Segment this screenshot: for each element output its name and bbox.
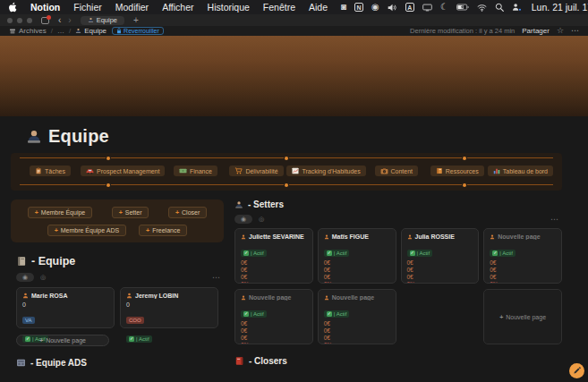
equipe-ads-title: - Equipe ADS [30,358,87,368]
card-marie-rosa[interactable]: Marie ROSA 0 VA ✓| Actif [16,287,115,328]
card-value: 0€ [241,267,307,274]
quicklink-tableau-de-bord[interactable]: Tableau de bord [488,166,553,176]
chart-up-icon [292,167,299,174]
card-value: 0% [241,342,307,344]
car-icon [86,167,94,174]
card-juliette-sevarine[interactable]: Juliette SEVARINE ✓| Actif 0€ 0€ 0€ 0% 0 [234,228,313,284]
status-tag-label: | Actif [334,311,347,317]
card-value: 0€ [324,267,390,274]
share-button[interactable]: Partager [522,27,550,35]
relock-button[interactable]: Reverrouiller [112,27,164,35]
view-tab-selected-icon[interactable]: ◉ [16,273,34,282]
archive-box-icon [9,28,16,35]
wifi-icon[interactable] [477,4,487,12]
add-freelance-button[interactable]: +Freelance [139,225,187,236]
quicklink-prospect-management[interactable]: Prospect Management [81,166,165,176]
equipe-section-header: - Equipe [16,255,224,267]
view-tab-selected-icon[interactable]: ◉ [234,215,252,224]
banknote-icon [179,167,187,174]
breadcrumb-page[interactable]: Equipe [84,27,107,35]
add-setter-button[interactable]: +Setter [112,207,149,218]
more-options-icon[interactable]: ⋯ [571,27,579,35]
check-icon: ✓ [492,250,498,256]
add-membre-equipe-ads-button[interactable]: +Membre Équipe ADS [47,225,126,236]
status-tag: ✓| Actif [241,310,267,318]
card-matis-figue[interactable]: Matïs FIGUE ✓| Actif 0€ 0€ 0€ 0% 0 [318,228,396,284]
edit-fab[interactable] [569,363,584,378]
menu-aide[interactable]: Aide [309,2,328,13]
card-nouvelle-page[interactable]: Nouvelle page ✓| Actif 0€ 0€ 0€ 0% 0 [318,289,396,344]
card-julia-rossie[interactable]: Julia ROSSIE ✓| Actif 0€ 0€ 0€ 0% 0 [401,228,480,284]
menu-historique[interactable]: Historique [208,2,250,13]
card-value: 0€ [324,259,390,267]
left-column: +Membre Équipe +Setter +Closer +Membre É… [11,199,224,368]
technologist-icon [26,129,42,145]
menubar-clock[interactable]: Lun. 21 juil. 17:20 [532,2,588,13]
favorite-star-icon[interactable]: ☆ [557,27,564,35]
pencil-icon [573,367,581,375]
menu-afficher[interactable]: Afficher [162,2,193,13]
moon-icon[interactable]: ☾ [440,3,448,12]
card-jeremy-lobin[interactable]: Jeremy LOBIN 0 COO ✓| Actif [120,287,218,328]
equipe-section-title: - Equipe [31,255,75,267]
breadcrumb-ellipsis[interactable]: … [57,27,64,35]
card-value: 0% [407,281,473,284]
target-icon[interactable]: ◉ [371,3,379,12]
add-closer-button[interactable]: +Closer [168,207,207,218]
quicklink-tracking-habitudes[interactable]: Tracking d'Habitudes [286,166,365,176]
search-icon[interactable] [495,3,504,12]
status-tag: ✓| Actif [241,250,267,257]
view-tab-secondary-icon[interactable]: ◎ [259,216,264,223]
menubar-status-area: ◙ N ◉ A ☾ Lun. 21 juil. 17:20 [341,2,588,13]
quicklink-delivrabilite[interactable]: Délivrabilité [229,166,283,176]
sidebar-toggle-icon[interactable] [41,17,49,24]
back-button[interactable]: ‹ [58,16,61,25]
menu-fichier[interactable]: Fichier [73,2,102,13]
battery-icon[interactable] [456,4,469,11]
person-icon [490,234,495,240]
quicklink-ressources[interactable]: Ressources [430,166,484,176]
record-icon[interactable]: ◙ [341,3,346,12]
quicklink-finance[interactable]: Finance [174,166,217,176]
person-icon [324,234,329,240]
add-membre-equipe-button[interactable]: +Membre Équipe [28,207,93,218]
quicklink-taches[interactable]: Tâches [30,166,71,176]
menu-fenetre[interactable]: Fenêtre [263,2,295,13]
setters-gallery: Juliette SEVARINE ✓| Actif 0€ 0€ 0€ 0% 0… [234,228,562,344]
window-close-button[interactable] [7,18,13,23]
setters-section-header: - Setters [234,199,562,209]
setters-new-page-card[interactable]: + Nouvelle page [483,289,562,344]
display-icon[interactable] [422,4,432,12]
bar-chart-icon [493,167,500,174]
quick-links-row: Tâches Prospect Management Finance Déliv… [20,166,553,176]
member-button-label: Closer [182,209,200,216]
menu-app-notion[interactable]: Notion [30,2,60,13]
quicklink-content[interactable]: Content [375,166,419,176]
tab-equipe[interactable]: Equipe [81,16,124,25]
apple-menu-icon[interactable] [9,2,18,13]
notion-status-icon[interactable]: N [354,3,363,12]
menu-modifier[interactable]: Modifier [115,2,149,13]
card-nouvelle-page[interactable]: Nouvelle page ✓| Actif 0€ 0€ 0€ 0% 0 [234,289,313,344]
card-name: Nouvelle page [498,233,540,240]
forward-button[interactable]: › [68,16,71,25]
member-buttons-row-1: +Membre Équipe +Setter +Closer [18,207,217,218]
card-name: Nouvelle page [332,294,374,301]
card-value: 0€ [241,259,307,267]
person-icon [126,293,132,299]
breadcrumb-root[interactable]: Archives [19,27,47,35]
window-minimize-button[interactable] [17,18,22,23]
view-tab-secondary-icon[interactable]: ◎ [40,274,46,281]
card-value: 0€ [407,259,473,267]
screenshot-icon[interactable]: A [405,3,414,12]
card-nouvelle-page[interactable]: Nouvelle page ✓| Actif 0€ 0€ 0€ 0% 0 [483,228,562,284]
volume-icon[interactable] [388,4,397,12]
lock-icon [116,28,122,34]
user-switch-icon[interactable] [512,3,522,12]
quick-links-band: Tâches Prospect Management Finance Déliv… [11,153,562,191]
new-tab-button[interactable]: + [133,15,139,25]
window-zoom-button[interactable] [27,18,32,23]
member-button-label: Freelance [152,227,180,233]
cart-icon [234,167,243,174]
card-name: Nouvelle page [249,294,291,301]
